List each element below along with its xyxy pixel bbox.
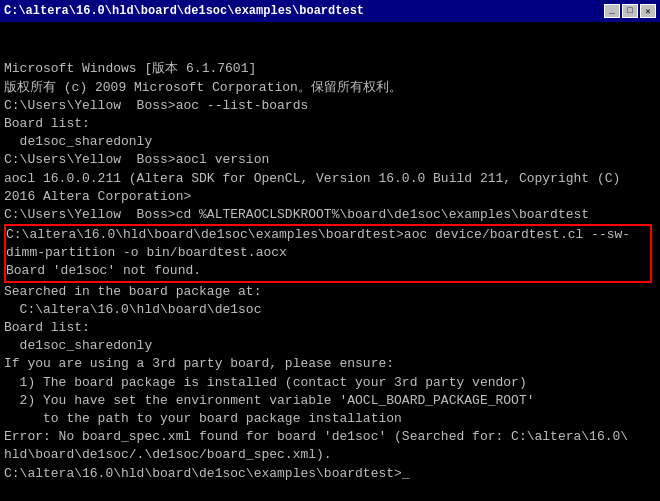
terminal-line: C:\altera\16.0\hld\board\de1soc\examples…: [4, 465, 656, 483]
terminal-line: 1) The board package is installed (conta…: [4, 374, 656, 392]
maximize-button[interactable]: □: [622, 4, 638, 18]
terminal-line: C:\altera\16.0\hld\board\de1soc\examples…: [6, 226, 650, 244]
terminal-line: C:\altera\16.0\hld\board\de1soc: [4, 301, 656, 319]
close-button[interactable]: ✕: [640, 4, 656, 18]
terminal-line: aocl 16.0.0.211 (Altera SDK for OpenCL, …: [4, 170, 656, 188]
terminal-line: Board list:: [4, 319, 656, 337]
terminal-line: to the path to your board package instal…: [4, 410, 656, 428]
title-bar: C:\altera\16.0\hld\board\de1soc\examples…: [0, 0, 660, 22]
terminal-line: de1soc_sharedonly: [4, 133, 656, 151]
terminal-line: If you are using a 3rd party board, plea…: [4, 355, 656, 373]
terminal-line: Board list:: [4, 115, 656, 133]
terminal-line: C:\Users\Yellow Boss>cd %ALTERAOCLSDKROO…: [4, 206, 656, 224]
minimize-button[interactable]: _: [604, 4, 620, 18]
title-bar-text: C:\altera\16.0\hld\board\de1soc\examples…: [4, 4, 604, 18]
terminal-line: 2016 Altera Corporation>: [4, 188, 656, 206]
terminal-content[interactable]: Microsoft Windows [版本 6.1.7601]版权所有 (c) …: [0, 22, 660, 501]
terminal-line: Searched in the board package at:: [4, 283, 656, 301]
terminal-window: C:\altera\16.0\hld\board\de1soc\examples…: [0, 0, 660, 501]
terminal-line: de1soc_sharedonly: [4, 337, 656, 355]
terminal-line: Error: No board_spec.xml found for board…: [4, 428, 656, 446]
title-bar-buttons: _ □ ✕: [604, 4, 656, 18]
terminal-line: Microsoft Windows [版本 6.1.7601]: [4, 60, 656, 78]
terminal-line: C:\Users\Yellow Boss>aoc --list-boards: [4, 97, 656, 115]
terminal-line: 版权所有 (c) 2009 Microsoft Corporation。保留所有…: [4, 79, 656, 97]
terminal-line: dimm-partition -o bin/boardtest.aocx: [6, 244, 650, 262]
terminal-line: Board 'de1soc' not found.: [6, 262, 650, 280]
terminal-line: 2) You have set the environment variable…: [4, 392, 656, 410]
terminal-line: C:\Users\Yellow Boss>aocl version: [4, 151, 656, 169]
terminal-line: hld\board\de1soc/.\de1soc/board_spec.xml…: [4, 446, 656, 464]
